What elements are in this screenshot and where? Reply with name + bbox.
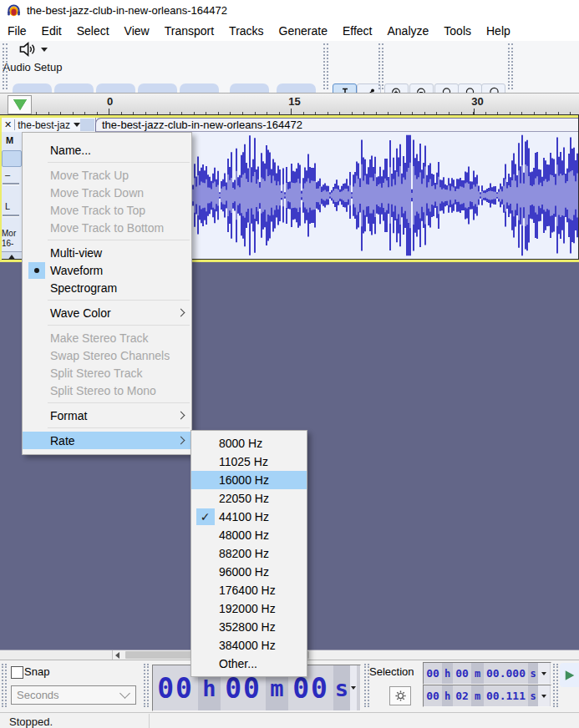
menu-item-name[interactable]: Name... [23, 141, 191, 159]
menu-separator [48, 300, 190, 301]
menu-item-make-stereo-track: Make Stereo Track [23, 329, 191, 346]
menu-separator [48, 240, 190, 240]
sel-start-minutes[interactable]: 00 [453, 663, 471, 684]
toolbar-grip[interactable] [323, 43, 328, 89]
rate-option-192000[interactable]: 192000 Hz [191, 599, 307, 618]
menu-effect[interactable]: Effect [335, 22, 380, 40]
rate-option-352800[interactable]: 352800 Hz [191, 618, 307, 636]
menu-item-move-track-up: Move Track Up [23, 166, 191, 184]
title-bar: the-best-jazz-club-in-new-orleans-164472 [0, 0, 579, 21]
pan-slider[interactable] [3, 215, 19, 217]
caret-down-icon [41, 48, 48, 52]
menu-view[interactable]: View [117, 22, 157, 40]
menu-item-spectrogram[interactable]: Spectrogram [23, 279, 191, 296]
loop-region-button[interactable] [8, 95, 32, 114]
sel-end-format-dropdown[interactable] [538, 685, 550, 706]
gain-slider-label: – [5, 169, 10, 179]
snap-checkbox[interactable] [11, 666, 23, 679]
sel-end-hours[interactable]: 00 [424, 685, 442, 706]
audacity-logo-icon [7, 3, 21, 18]
toolbar-grip[interactable] [508, 43, 513, 89]
rate-option-96000[interactable]: 96000 Hz [191, 563, 307, 581]
pan-slider-label: L [5, 201, 10, 211]
menu-item-rate[interactable]: Rate [23, 432, 191, 449]
menu-item-move-track-down: Move Track Down [23, 184, 191, 201]
ruler-label-0: 0 [107, 95, 113, 108]
rate-option-44100[interactable]: ✓ 44100 Hz [191, 508, 307, 526]
menu-bar: File Edit Select View Transport Tracks G… [0, 21, 579, 41]
ruler-label-30: 30 [471, 95, 483, 108]
speaker-icon [18, 41, 37, 58]
menu-item-waveform[interactable]: Waveform [23, 261, 191, 279]
track-header: ✕ the-best-jaz [0, 118, 95, 132]
menu-separator [48, 162, 190, 163]
menu-item-multi-view[interactable]: Multi-view [23, 244, 191, 261]
audio-setup-label: Audio Setup [3, 61, 63, 73]
selection-start-field[interactable]: 00 h 00 m 00.000 s [423, 662, 551, 685]
menu-help[interactable]: Help [479, 22, 518, 40]
menu-item-wave-color[interactable]: Wave Color [23, 304, 191, 321]
snap-mode-value: Seconds [17, 689, 121, 701]
checkmark-icon: ✓ [196, 508, 215, 525]
submenu-arrow-icon [177, 412, 185, 420]
sel-start-hours[interactable]: 00 [424, 663, 442, 684]
track-selected-border-left [0, 115, 2, 260]
snap-mode-select[interactable]: Seconds [11, 685, 136, 705]
chevron-down-icon [119, 688, 130, 699]
rate-option-22050[interactable]: 22050 Hz [191, 489, 307, 508]
audacity-window: the-best-jazz-club-in-new-orleans-164472… [0, 0, 579, 728]
menu-generate[interactable]: Generate [272, 22, 335, 40]
position-seconds-unit: s [333, 665, 350, 710]
snap-label: Snap [24, 665, 49, 678]
sel-start-format-dropdown[interactable] [538, 663, 550, 684]
sel-start-seconds[interactable]: 00.000 [484, 663, 528, 684]
menu-file[interactable]: File [0, 22, 34, 40]
selection-settings-button[interactable] [389, 686, 411, 705]
status-bar: Stopped. [0, 712, 579, 728]
effects-button[interactable] [2, 150, 22, 167]
rate-option-16000[interactable]: 16000 Hz [191, 471, 307, 489]
rate-option-8000[interactable]: 8000 Hz [191, 434, 307, 452]
menu-item-split-stereo-track: Split Stereo Track [23, 364, 191, 382]
selection-end-field[interactable]: 00 h 02 m 00.111 s [423, 685, 551, 707]
sel-end-seconds[interactable]: 00.111 [484, 685, 528, 706]
gain-slider[interactable] [3, 183, 19, 185]
menu-transport[interactable]: Transport [157, 22, 221, 40]
rate-option-11025[interactable]: 11025 Hz [191, 452, 307, 471]
toolbar-grip[interactable] [144, 664, 149, 707]
clip-name: the-best-jazz-club-in-new-orleans-164472 [102, 119, 302, 131]
clip-header[interactable]: the-best-jazz-club-in-new-orleans-164472 [95, 118, 579, 132]
play-at-speed-button[interactable] [560, 663, 579, 687]
toolbar-grip[interactable] [2, 664, 7, 707]
menu-analyze[interactable]: Analyze [380, 22, 437, 40]
toolbar-grip[interactable] [3, 43, 8, 89]
close-icon[interactable]: ✕ [4, 119, 12, 130]
time-format-dropdown[interactable] [350, 665, 357, 710]
menu-separator [48, 402, 190, 403]
rate-option-88200[interactable]: 88200 Hz [191, 544, 307, 563]
menu-tools[interactable]: Tools [436, 22, 479, 40]
loop-region-icon [13, 99, 27, 110]
toolbar-grip[interactable] [553, 664, 558, 707]
track-name[interactable]: the-best-jaz [18, 119, 70, 131]
toolbar-grip[interactable] [378, 43, 383, 89]
sel-end-minutes[interactable]: 02 [453, 685, 471, 706]
timeline-ruler[interactable]: 0 15 30 [0, 93, 579, 117]
rate-option-176400[interactable]: 176400 Hz [191, 581, 307, 599]
menu-item-swap-stereo-channels: Swap Stereo Channels [23, 346, 191, 364]
track-menu-arrow-icon[interactable] [74, 123, 80, 127]
audio-setup-button[interactable]: Audio Setup [0, 41, 65, 78]
menu-item-move-track-to-bottom: Move Track to Bottom [23, 219, 191, 236]
menu-item-format[interactable]: Format [23, 407, 191, 424]
menu-separator [48, 325, 190, 326]
rate-option-other[interactable]: Other... [191, 655, 307, 673]
mute-button[interactable]: M [6, 135, 13, 145]
track-context-menu: Name... Move Track Up Move Track Down Mo… [22, 132, 192, 455]
menu-select[interactable]: Select [69, 22, 117, 40]
menu-edit[interactable]: Edit [34, 22, 69, 40]
rate-option-384000[interactable]: 384000 Hz [191, 636, 307, 655]
menu-item-split-stereo-to-mono: Split Stereo to Mono [23, 382, 191, 399]
menu-tracks[interactable]: Tracks [221, 22, 271, 40]
rate-option-48000[interactable]: 48000 Hz [191, 526, 307, 544]
scroll-left-arrow-icon[interactable] [115, 652, 119, 659]
